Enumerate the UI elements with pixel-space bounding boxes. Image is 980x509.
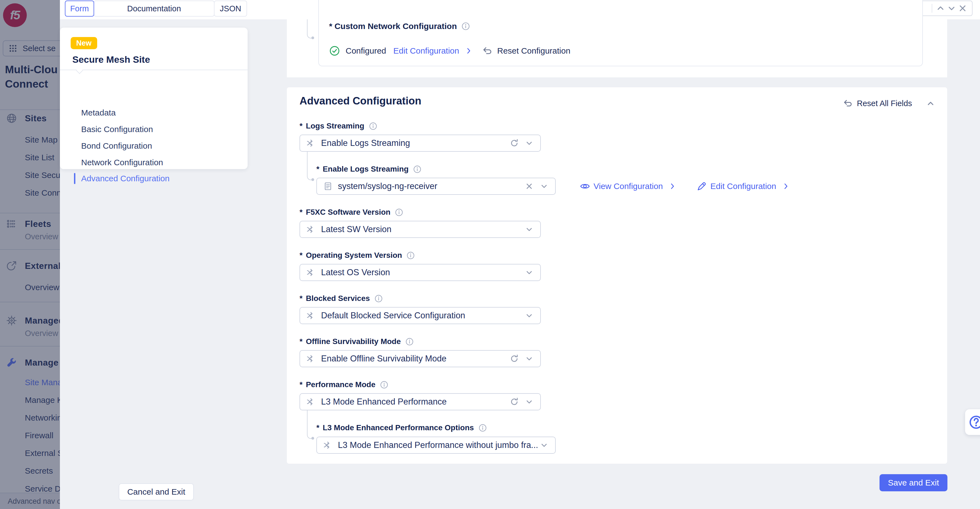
required-marker: * — [329, 22, 332, 31]
chevron-down-icon — [539, 440, 549, 450]
new-badge: New — [71, 37, 97, 49]
operating-system-version-label: *Operating System Version — [299, 251, 415, 260]
info-icon[interactable] — [405, 337, 414, 346]
edit-configuration-link[interactable]: Edit Configuration — [697, 181, 790, 191]
info-icon[interactable] — [406, 251, 415, 260]
f5xc-software-version-label: *F5XC Software Version — [299, 208, 403, 217]
search-close-icon[interactable] — [957, 3, 968, 14]
tab-form[interactable]: Form — [65, 0, 94, 17]
form-nav-bond-configuration[interactable]: Bond Configuration — [60, 138, 248, 154]
view-configuration-link[interactable]: View Configuration — [580, 181, 677, 191]
custom-network-status: Configured Edit Configuration — [329, 45, 473, 57]
refresh-icon[interactable] — [509, 397, 519, 407]
shuffle-icon — [306, 268, 316, 278]
info-icon[interactable] — [395, 208, 403, 217]
eye-icon — [580, 181, 590, 191]
modal-dim-overlay — [0, 0, 60, 509]
check-circle-icon — [329, 45, 340, 56]
cancel-and-exit-button[interactable]: Cancel and Exit — [119, 483, 194, 500]
enable-logs-streaming-select[interactable]: system/syslog-ng-receiver — [317, 178, 556, 195]
form-nav-network-configuration[interactable]: Network Configuration — [60, 155, 248, 170]
info-icon[interactable] — [479, 424, 487, 432]
shuffle-icon — [306, 354, 316, 364]
info-icon[interactable] — [369, 122, 377, 131]
form-nav-advanced-configuration[interactable]: Advanced Configuration — [60, 171, 248, 186]
undo-icon — [482, 45, 493, 56]
info-icon[interactable] — [374, 294, 383, 303]
shuffle-icon — [306, 224, 316, 235]
chevron-down-icon — [524, 138, 534, 148]
nav-divider — [60, 70, 248, 70]
status-text: Configured — [345, 46, 386, 56]
advanced-configuration-title: Advanced Configuration — [299, 95, 421, 107]
collapse-section-icon[interactable] — [925, 98, 936, 109]
enable-logs-streaming-label: *Enable Logs Streaming — [317, 165, 422, 174]
form-title: Secure Mesh Site — [72, 54, 150, 65]
logs-streaming-label: *Logs Streaming — [299, 121, 377, 131]
blocked-services-select[interactable]: Default Blocked Service Configuration — [299, 307, 541, 324]
search-prev-icon[interactable] — [935, 3, 946, 14]
performance-mode-select[interactable]: L3 Mode Enhanced Performance — [299, 393, 541, 410]
tree-connector-dot — [312, 178, 314, 181]
custom-network-label: * Custom Network Configuration — [329, 22, 470, 31]
chevron-down-icon — [524, 268, 534, 278]
tree-connector-dot — [312, 437, 314, 440]
l3-mode-options-label: *L3 Mode Enhanced Performance Options — [317, 423, 487, 432]
chevron-down-icon — [524, 354, 534, 364]
chevron-down-icon — [524, 311, 534, 321]
shuffle-icon — [306, 138, 316, 148]
document-icon — [323, 181, 333, 191]
shuffle-icon — [323, 440, 333, 450]
info-icon[interactable] — [413, 165, 422, 174]
tree-connector-dot — [312, 37, 314, 39]
search-divider — [932, 4, 932, 13]
save-and-exit-button[interactable]: Save and Exit — [880, 474, 947, 491]
search-next-icon[interactable] — [946, 3, 957, 14]
tab-json[interactable]: JSON — [214, 0, 247, 17]
f5xc-software-version-select[interactable]: Latest SW Version — [299, 221, 541, 238]
reset-configuration-button[interactable]: Reset Configuration — [482, 45, 570, 57]
shuffle-icon — [306, 311, 316, 321]
form-nav-card: New Secure Mesh Site Metadata Basic Conf… — [60, 28, 248, 169]
form-nav-metadata[interactable]: Metadata — [60, 105, 248, 120]
reset-all-fields-section-button[interactable]: Reset All Fields — [843, 97, 912, 109]
tab-documentation[interactable]: Documentation — [94, 0, 215, 17]
chevron-down-icon — [524, 224, 534, 235]
shuffle-icon — [306, 397, 316, 407]
chevron-down-icon — [524, 397, 534, 407]
tree-connector — [307, 410, 312, 439]
help-icon — [969, 415, 980, 430]
chevron-right-icon — [782, 182, 790, 190]
form-nav-basic-configuration[interactable]: Basic Configuration — [60, 121, 248, 137]
chevron-down-icon — [539, 181, 549, 191]
logs-streaming-select[interactable]: Enable Logs Streaming — [299, 134, 541, 152]
tree-connector — [307, 152, 312, 180]
tree-connector — [307, 19, 312, 38]
clear-icon[interactable] — [524, 181, 534, 191]
offline-survivability-mode-select[interactable]: Enable Offline Survivability Mode — [299, 350, 541, 367]
l3-mode-options-select[interactable]: L3 Mode Enhanced Performance without jum… — [317, 437, 556, 454]
pen-icon — [697, 181, 707, 191]
info-icon[interactable] — [461, 22, 470, 31]
performance-mode-label: *Performance Mode — [299, 380, 388, 389]
operating-system-version-select[interactable]: Latest OS Version — [299, 264, 541, 281]
blocked-services-label: *Blocked Services — [299, 294, 383, 303]
chevron-right-icon — [668, 182, 677, 190]
help-button[interactable] — [965, 409, 980, 435]
chevron-right-icon — [465, 47, 473, 55]
refresh-icon[interactable] — [509, 138, 519, 148]
undo-icon — [843, 98, 853, 109]
info-icon[interactable] — [380, 380, 388, 389]
edit-configuration-link[interactable]: Edit Configuration — [393, 46, 473, 56]
offline-survivability-mode-label: *Offline Survivability Mode — [299, 337, 414, 346]
refresh-icon[interactable] — [509, 354, 519, 364]
nav-collapse-notch[interactable] — [76, 67, 83, 74]
